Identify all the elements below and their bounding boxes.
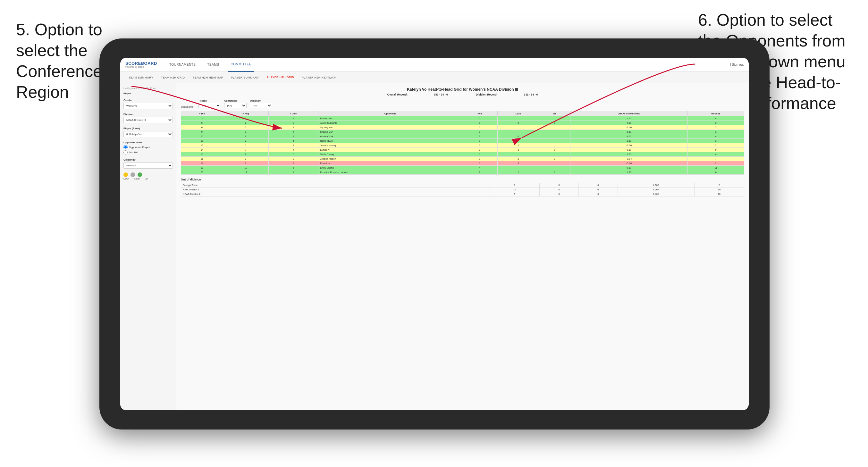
radio-top-100[interactable]: Top 100 — [123, 150, 173, 155]
out-cell-tie: 0 — [579, 183, 618, 187]
th-win: Win — [462, 111, 498, 116]
cell-loss — [498, 130, 539, 134]
table-row: 19 10 6 Emily Chang 4 0.30 11 — [181, 166, 744, 170]
cell-tie — [539, 143, 570, 148]
cell-conf: 1 — [268, 143, 318, 148]
cell-loss: 2 — [498, 157, 539, 161]
cell-loss — [498, 116, 539, 121]
tab-team-h2h-heatmap[interactable]: TEAM H2H HEATMAP — [189, 72, 226, 83]
cell-loss: 0 — [498, 121, 539, 125]
logo-area: SCOREBOARD Powered by clippd — [125, 61, 157, 68]
colour-by-select[interactable]: Win/loss — [123, 162, 173, 168]
cell-rounds: 4 — [687, 116, 744, 121]
tab-player-h2h-heatmap[interactable]: PLAYER H2H HEATMAP — [299, 72, 339, 83]
cell-div: 10 — [181, 134, 223, 139]
gender-select[interactable]: Women's — [123, 103, 173, 109]
cell-diff: 1.50 — [570, 116, 688, 121]
colour-indicators — [123, 173, 173, 177]
cell-reg: 3 — [223, 157, 268, 161]
cell-conf: 5 — [268, 139, 318, 143]
table-row: 3 3 1 Esther Lee 1 1.50 4 — [181, 116, 744, 121]
cell-tie: 0 — [539, 157, 570, 161]
cell-conf: 4 — [268, 130, 318, 134]
player-label: Player — [123, 92, 173, 95]
cell-reg: 3 — [223, 125, 268, 130]
nav-teams[interactable]: TEAMS — [205, 58, 222, 72]
last-updated: Last Updated: 27/03/2024 13:44 — [123, 87, 173, 89]
out-cell-tie: 0 — [579, 192, 618, 196]
tab-player-summary[interactable]: PLAYER SUMMARY — [228, 72, 262, 83]
cell-diff: 1.25 — [570, 152, 688, 157]
opponent-view-label: Opponent view — [123, 141, 173, 144]
out-cell-tie: 0 — [579, 187, 618, 192]
cell-rounds: 2 — [687, 143, 744, 148]
cell-diff: 0.30 — [570, 166, 688, 170]
cell-div: 3 — [181, 116, 223, 121]
out-of-division-header: Out of division — [181, 178, 744, 181]
cell-win: 2 — [462, 170, 498, 175]
cell-tie — [539, 125, 570, 130]
filter-row: Opponents: Region (All) Conference (All) — [181, 99, 744, 108]
cell-conf: 1 — [268, 116, 318, 121]
cell-diff: -0.94 — [570, 157, 688, 161]
sign-out[interactable]: | Sign out — [730, 63, 744, 66]
cell-loss — [498, 166, 539, 170]
cell-conf: 2 — [268, 121, 318, 125]
cell-rounds: 4 — [687, 152, 744, 157]
nav-right: | Sign out — [730, 63, 744, 66]
cell-tie — [539, 152, 570, 157]
cell-diff: -5.00 — [570, 161, 688, 166]
cell-tie: 0 — [539, 170, 570, 175]
nav-tournaments[interactable]: TOURNAMENTS — [167, 58, 198, 72]
cell-win: 4 — [462, 166, 498, 170]
gender-section: Gender Women's — [123, 99, 173, 109]
cell-tie — [539, 166, 570, 170]
colour-by-label: Colour by — [123, 158, 173, 161]
cell-name: Sharon Mun — [318, 130, 462, 134]
page-title: Katelyn Vo Head-to-Head Grid for Women's… — [181, 87, 744, 92]
table-row: 14 7 4 Eunice Yi 2 2 0 0.38 9 — [181, 148, 744, 152]
cell-win: 1 — [462, 125, 498, 130]
cell-tie — [539, 139, 570, 143]
cell-rounds: 7 — [687, 157, 744, 161]
cell-rounds: 9 — [687, 148, 744, 152]
conference-select[interactable]: (All) — [224, 103, 247, 108]
cell-reg: 1 — [223, 130, 268, 134]
cell-loss: 1 — [498, 170, 539, 175]
up-dot — [137, 173, 142, 177]
tab-team-h2h-grid[interactable]: TEAM H2H GRID — [158, 72, 188, 83]
up-label: Up — [145, 178, 148, 180]
cell-conf: 3 — [268, 157, 318, 161]
cell-diff: 1.33 — [570, 170, 688, 175]
out-cell-win: 1 — [490, 183, 540, 187]
nav-committee[interactable]: COMMITTEE — [228, 58, 254, 72]
player-section: Player — [123, 92, 173, 95]
opponent-filter: Opponent (All) — [250, 99, 272, 108]
colour-by-section: Colour by Win/loss — [123, 158, 173, 168]
table-row: 20 11 7 Federica Domecq Lacroze 2 1 0 1.… — [181, 170, 744, 175]
region-select[interactable]: (All) — [198, 103, 221, 108]
cell-diff: -3.00 — [570, 143, 688, 148]
records-row: Overall Record: 353 - 34 - 6 Division Re… — [181, 93, 744, 96]
division-select[interactable]: NCAA Division III — [123, 117, 173, 123]
cell-reg: 10 — [223, 166, 268, 170]
cell-tie — [539, 116, 570, 121]
opponent-select[interactable]: (All) — [250, 103, 272, 108]
cell-tie — [539, 161, 570, 166]
cell-name: Alexis Sudjianto — [318, 121, 462, 125]
out-cell-win: 15 — [490, 187, 540, 192]
radio-opponents-played[interactable]: Opponents Played — [123, 145, 173, 149]
cell-reg: 8 — [223, 152, 268, 157]
cell-win: 1 — [462, 121, 498, 125]
cell-reg: 1 — [223, 143, 268, 148]
cell-div: 14 — [181, 148, 223, 152]
player-rank-select[interactable]: 8. Katelyn Vo — [123, 131, 173, 137]
cell-name: Stella Cheng — [318, 152, 462, 157]
tab-team-summary[interactable]: TEAM SUMMARY — [125, 72, 156, 83]
out-table-row: Foreign Team 1 0 0 4.500 2 — [181, 183, 744, 187]
out-table-row: NAIA Division 1 15 0 0 9.267 30 — [181, 187, 744, 192]
tab-player-h2h-grid[interactable]: PLAYER H2H GRID — [263, 72, 297, 83]
cell-tie — [539, 130, 570, 134]
out-cell-loss: 0 — [540, 192, 579, 196]
cell-win: 2 — [462, 134, 498, 139]
